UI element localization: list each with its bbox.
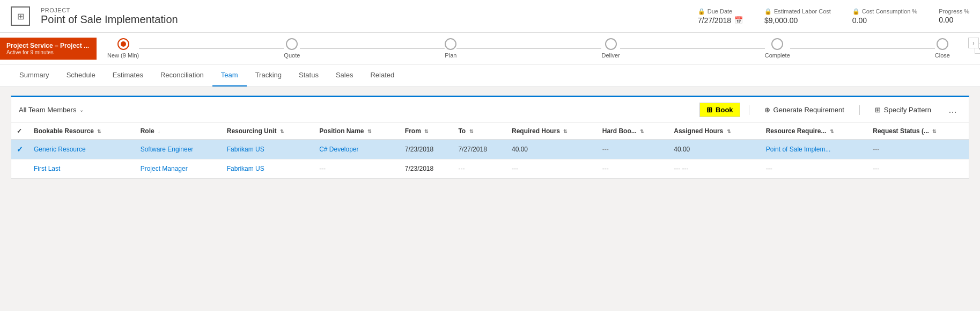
tab-related[interactable]: Related: [362, 64, 403, 86]
row1-role-link[interactable]: Software Engineer: [141, 146, 194, 153]
header-fields: 🔒 Due Date 7/27/2018 📅 🔒 Estimated Labor…: [698, 8, 969, 25]
tab-schedule[interactable]: Schedule: [58, 64, 104, 86]
book-label: Book: [716, 106, 733, 114]
stage-plan[interactable]: Plan: [445, 38, 456, 59]
row2-resourcing-unit: Fabrikam US: [222, 160, 314, 178]
tab-status[interactable]: Status: [290, 64, 327, 86]
nav-tabs: Summary Schedule Estimates Reconciliatio…: [0, 64, 980, 87]
specify-pattern-button[interactable]: ⊞ Specify Pattern: [868, 103, 938, 117]
sort-icon-position[interactable]: ⇅: [367, 129, 372, 134]
row1-resource-require: Point of Sale Implem...: [761, 140, 868, 160]
due-date-field: 🔒 Due Date 7/27/2018 📅: [698, 8, 743, 25]
table-row: ✓ Generic Resource Software Engineer Fab…: [11, 140, 969, 160]
toolbar-divider-1: [749, 105, 749, 115]
book-icon: ⊞: [706, 106, 712, 114]
stage-deliver[interactable]: Deliver: [601, 38, 620, 59]
team-toolbar: All Team Members ⌄ ⊞ Book ⊕ Generate Req…: [11, 97, 969, 123]
row2-to: ---: [453, 160, 506, 178]
calendar-icon[interactable]: 📅: [734, 16, 743, 24]
lock-icon-labor: 🔒: [764, 8, 772, 15]
row2-resourcing-link[interactable]: Fabrikam US: [227, 165, 264, 172]
row2-hard-book: ---: [597, 160, 668, 178]
stage-new[interactable]: New (9 Min): [107, 38, 139, 59]
row1-required-hours: 40.00: [506, 140, 597, 160]
tab-estimates[interactable]: Estimates: [104, 64, 152, 86]
stage-label-plan: Plan: [445, 52, 456, 59]
sort-icon-resourcing[interactable]: ⇅: [280, 129, 284, 134]
sort-icon-role[interactable]: ↓: [158, 129, 160, 134]
sort-icon-bookable[interactable]: ⇅: [97, 129, 101, 134]
labor-cost-label: 🔒 Estimated Labor Cost: [764, 8, 831, 15]
stage-label-new: New (9 Min): [107, 52, 139, 59]
row1-to: 7/27/2018: [453, 140, 506, 160]
row1-hard-book: ---: [597, 140, 668, 160]
team-filter-chevron-icon: ⌄: [79, 107, 84, 113]
stage-circle-plan: [445, 38, 456, 50]
toolbar-divider-2: [859, 105, 860, 115]
row2-required-hours: ---: [506, 160, 597, 178]
labor-cost-field: 🔒 Estimated Labor Cost $9,000.00: [764, 8, 831, 25]
row1-bookable-resource: Generic Resource: [28, 140, 135, 160]
stage-label-quote: Quote: [284, 52, 300, 59]
stage-circle-complete: [771, 38, 783, 50]
tab-reconciliation[interactable]: Reconciliation: [152, 64, 212, 86]
stage-circle-new: [117, 38, 129, 50]
stage-connector-5: [790, 48, 935, 49]
tab-summary[interactable]: Summary: [11, 64, 58, 86]
col-header-to: To ⇅: [453, 123, 506, 140]
row2-resource-link[interactable]: First Last: [34, 165, 60, 172]
specify-pattern-label: Specify Pattern: [884, 106, 931, 114]
row1-from: 7/23/2018: [400, 140, 453, 160]
project-title: Point of Sale Implementation: [41, 13, 687, 26]
stage-connector-4: [620, 48, 765, 49]
row2-role-link[interactable]: Project Manager: [141, 165, 188, 172]
book-button[interactable]: ⊞ Book: [699, 103, 740, 117]
tab-sales[interactable]: Sales: [327, 64, 362, 86]
stage-complete[interactable]: Complete: [765, 38, 790, 59]
stage-label-complete: Complete: [765, 52, 790, 59]
col-header-assigned-hours: Assigned Hours ⇅: [668, 123, 760, 140]
col-check: ✓: [11, 123, 28, 140]
sort-icon-resource-require[interactable]: ⇅: [830, 129, 834, 134]
row2-check: [11, 160, 28, 178]
sort-icon-required-hours[interactable]: ⇅: [563, 129, 568, 134]
table-row: First Last Project Manager Fabrikam US -…: [11, 160, 969, 178]
row1-role: Software Engineer: [135, 140, 222, 160]
row1-check: ✓: [11, 140, 28, 160]
sort-icon-request-status[interactable]: ⇅: [932, 129, 937, 134]
more-options-button[interactable]: …: [944, 103, 961, 117]
cost-consumption-value: 0.00: [852, 16, 867, 25]
row1-request-status: ---: [867, 140, 969, 160]
generate-requirement-button[interactable]: ⊕ Generate Requirement: [758, 103, 851, 117]
current-stage-indicator[interactable]: Project Service – Project ... Active for…: [0, 38, 97, 60]
sort-icon-assigned-hours[interactable]: ⇅: [727, 129, 731, 134]
row2-role: Project Manager: [135, 160, 222, 178]
row1-position-link[interactable]: C# Developer: [319, 146, 358, 153]
project-icon: ⊞: [11, 6, 30, 26]
stage-connector-1: [139, 48, 284, 49]
row1-position-name: C# Developer: [314, 140, 400, 160]
tab-team[interactable]: Team: [212, 64, 247, 86]
due-date-value: 7/27/2018 📅: [698, 16, 743, 25]
row1-resource-link[interactable]: Generic Resource: [34, 146, 86, 153]
cost-consumption-field: 🔒 Cost Consumption % 0.00: [852, 8, 917, 25]
sort-icon-hard-book[interactable]: ⇅: [640, 129, 644, 134]
sort-icon-to[interactable]: ⇅: [469, 129, 474, 134]
col-header-request-status: Request Status (... ⇅: [867, 123, 969, 140]
cost-consumption-label: 🔒 Cost Consumption %: [852, 8, 917, 15]
sort-icon-from[interactable]: ⇅: [424, 129, 429, 134]
page-header: ⊞ PROJECT Point of Sale Implementation 🔒…: [0, 0, 980, 33]
stage-label-deliver: Deliver: [601, 52, 620, 59]
main-content: All Team Members ⌄ ⊞ Book ⊕ Generate Req…: [0, 87, 980, 187]
process-bar-next[interactable]: ›: [968, 38, 979, 48]
row1-resourcing-link[interactable]: Fabrikam US: [227, 146, 264, 153]
col-header-from: From ⇅: [400, 123, 453, 140]
col-header-resource-require: Resource Require... ⇅: [761, 123, 868, 140]
progress-field: Progress % 0.00: [939, 8, 969, 24]
team-filter-dropdown[interactable]: All Team Members ⌄: [19, 106, 84, 114]
row1-assigned-hours: 40.00: [668, 140, 760, 160]
row1-resource-require-link[interactable]: Point of Sale Implem...: [766, 146, 831, 153]
stage-close[interactable]: Close: [935, 38, 950, 59]
tab-tracking[interactable]: Tracking: [247, 64, 290, 86]
stage-quote[interactable]: Quote: [284, 38, 300, 59]
